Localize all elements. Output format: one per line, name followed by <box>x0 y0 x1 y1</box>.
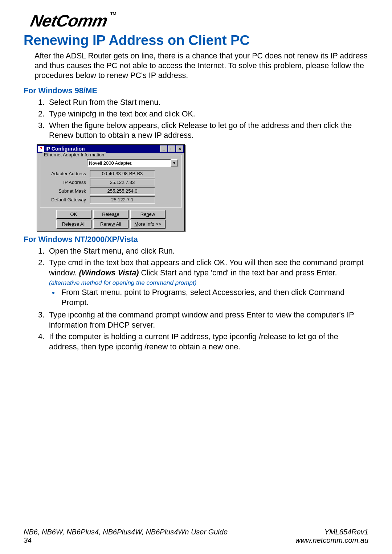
page-title: Renewing IP Address on Client PC <box>24 33 368 48</box>
winnt-step-3: Type ipconfig at the command prompt wind… <box>47 310 368 331</box>
ethernet-adapter-group: Ethernet Adapter Information Novell 2000… <box>40 155 181 208</box>
adapter-select[interactable]: Novell 2000 Adapter. ▼ <box>87 159 178 167</box>
release-all-button[interactable]: Release All <box>56 220 91 228</box>
renew-all-button[interactable]: Renew All <box>93 220 128 228</box>
adapter-address-label: Adapter Address <box>43 170 90 177</box>
win98-step-3: When the figure below appears, click Rel… <box>47 121 368 141</box>
maximize-button[interactable]: □ <box>168 145 175 152</box>
win98-step-2: Type winipcfg in the text box and click … <box>47 109 368 119</box>
ipconfig-app-icon: ? <box>38 146 44 152</box>
adapter-address-row: Adapter Address 00-40-33-98-BB-B3 <box>43 170 178 177</box>
alt-method-note: (alternative method for opening the comm… <box>49 279 368 287</box>
footer-revision: YML854Rev1 <box>295 528 368 536</box>
ipconfig-titlebar: ? IP Configuration _ □ ✕ <box>37 145 184 153</box>
win98-step-1: Select Run from the Start menu. <box>47 98 368 108</box>
winnt-step-4: If the computer is holding a current IP … <box>47 332 368 352</box>
ipconfig-button-row-2: Release All Renew All More Info >> <box>40 220 181 228</box>
footer-guide: NB6, NB6W, NB6Plus4, NB6Plus4W, NB6Plus4… <box>24 528 228 536</box>
ip-address-row: IP Address 25.122.7.33 <box>43 178 178 186</box>
ok-button[interactable]: OK <box>56 210 91 218</box>
default-gateway-row: Default Gateway 25.122.7.1 <box>43 196 178 204</box>
winnt-steps: Open the Start menu, and click Run. Type… <box>37 246 368 352</box>
subnet-mask-label: Subnet Mask <box>43 187 90 195</box>
trademark-symbol: TM <box>110 11 116 16</box>
ipconfig-button-row-1: OK Release Renew <box>40 210 181 218</box>
ipconfig-title-text: IP Configuration <box>45 146 159 152</box>
adapter-address-value: 00-40-33-98-BB-B3 <box>90 170 155 177</box>
document-page: NetCommTM Renewing IP Address on Client … <box>0 0 392 554</box>
ipconfig-body: Ethernet Adapter Information Novell 2000… <box>37 153 184 231</box>
winnt-step-2: Type cmd in the text box that appears an… <box>47 258 368 308</box>
subnet-mask-row: Subnet Mask 255.255.254.0 <box>43 187 178 195</box>
ip-address-label: IP Address <box>43 178 90 186</box>
ip-address-value: 25.122.7.33 <box>90 178 155 186</box>
release-button[interactable]: Release <box>93 210 128 218</box>
renew-button[interactable]: Renew <box>130 210 165 218</box>
win98-heading: For Windows 98/ME <box>24 86 368 95</box>
group-label: Ethernet Adapter Information <box>42 152 106 157</box>
winnt-heading: For Windows NT/2000/XP/Vista <box>24 235 368 244</box>
brand-name: NetComm <box>29 11 109 30</box>
winnt-step-1: Open the Start menu, and click Run. <box>47 246 368 257</box>
default-gateway-value: 25.122.7.1 <box>90 196 155 204</box>
intro-paragraph: After the ADSL Router gets on line, ther… <box>34 51 368 81</box>
winnt-step-2-bullets: From Start menu, point to Programs, sele… <box>59 288 368 308</box>
page-footer: NB6, NB6W, NB6Plus4, NB6Plus4W, NB6Plus4… <box>24 528 368 545</box>
win98-steps: Select Run from the Start menu. Type win… <box>37 98 368 141</box>
winnt-step-2-bullet: From Start menu, point to Programs, sele… <box>59 288 368 308</box>
adapter-select-value: Novell 2000 Adapter. <box>87 159 171 167</box>
default-gateway-label: Default Gateway <box>43 196 90 204</box>
winnt-vista-label: (Windows Vista) <box>79 268 139 277</box>
minimize-button[interactable]: _ <box>160 145 167 152</box>
footer-url: www.netcomm.com.au <box>295 536 368 545</box>
footer-page-number: 34 <box>24 536 228 545</box>
ipconfig-window: ? IP Configuration _ □ ✕ Ethernet Adapte… <box>37 144 185 231</box>
close-button[interactable]: ✕ <box>176 145 183 152</box>
subnet-mask-value: 255.255.254.0 <box>90 187 155 195</box>
brand-logo: NetCommTM <box>21 11 117 30</box>
more-info-button[interactable]: More Info >> <box>130 220 165 228</box>
chevron-down-icon[interactable]: ▼ <box>171 159 178 167</box>
winnt-vista-text: Click Start and type 'cmd' in the text b… <box>141 268 337 277</box>
